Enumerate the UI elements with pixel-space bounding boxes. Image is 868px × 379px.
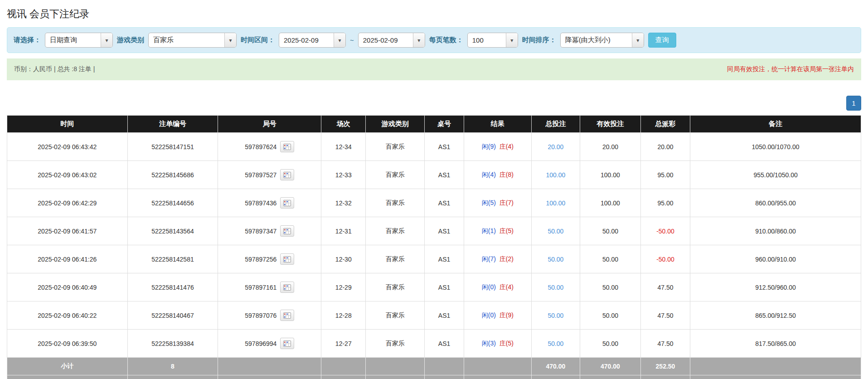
query-type-input[interactable] xyxy=(45,33,101,47)
total-bet-cell: 100.00 xyxy=(531,161,580,189)
sort-input[interactable] xyxy=(561,33,632,47)
round-cell: 597897076 xyxy=(218,301,321,330)
game-type-cell: 百家乐 xyxy=(366,301,425,330)
total-bet-cell: 20.00 xyxy=(531,133,580,161)
remark-cell: 817.50/865.00 xyxy=(690,330,861,358)
date-from-select[interactable]: ▾ xyxy=(279,33,346,48)
chevron-down-icon[interactable]: ▾ xyxy=(506,33,518,47)
col-header-table-no: 桌号 xyxy=(425,116,464,133)
round-id: 597897161 xyxy=(245,284,276,291)
col-header-game-type: 游戏类别 xyxy=(366,116,425,133)
roadmap-button[interactable] xyxy=(280,282,294,293)
summary-text: 币别：人民币 | 总共 :8 注单 | xyxy=(14,65,95,73)
round-id: 597897256 xyxy=(245,256,276,263)
table-no-cell: AS1 xyxy=(425,189,464,217)
roadmap-button[interactable] xyxy=(280,310,294,321)
col-header-remark: 备注 xyxy=(690,116,861,133)
date-to-select[interactable]: ▾ xyxy=(358,33,425,48)
roadmap-icon xyxy=(283,284,291,291)
total-bet-link[interactable]: 50.00 xyxy=(548,312,563,319)
result-player: 闲(1) xyxy=(482,227,496,234)
round-id: 597897347 xyxy=(245,228,276,235)
result-cell: 闲(1) 庄(5) xyxy=(464,217,531,245)
page-title: 视讯 会员下注纪录 xyxy=(7,7,861,21)
remark-cell: 960.00/910.00 xyxy=(690,245,861,273)
session-cell: 12-30 xyxy=(321,245,366,273)
time-cell: 2025-02-09 06:40:22 xyxy=(7,301,128,330)
chevron-down-icon[interactable]: ▾ xyxy=(413,33,425,47)
col-header-session: 场次 xyxy=(321,116,366,133)
info-bar: 币别：人民币 | 总共 :8 注单 | 同局有效投注，统一计算在该局第一张注单内 xyxy=(7,58,861,80)
bet-id-cell: 522258139384 xyxy=(127,330,218,358)
roadmap-button[interactable] xyxy=(280,141,294,152)
date-to-input[interactable] xyxy=(359,33,413,47)
total-bet-cell: 50.00 xyxy=(531,330,580,358)
game-type-input[interactable] xyxy=(149,33,224,47)
payout-value: 20.00 xyxy=(657,143,673,151)
table-row: 2025-02-09 06:41:57 522258143564 5978973… xyxy=(7,217,861,245)
col-header-payout: 总派彩 xyxy=(640,116,690,133)
roadmap-icon xyxy=(283,340,291,347)
table-row: 2025-02-09 06:43:42 522258147151 5978976… xyxy=(7,133,861,161)
table-summary: 小计 8 470.00 470.00 252.50 总计 8 xyxy=(7,358,861,379)
total-bet-link[interactable]: 100.00 xyxy=(546,171,565,179)
round-cell: 597897436 xyxy=(218,189,321,217)
table-row: 2025-02-09 06:43:02 522258145686 5978975… xyxy=(7,161,861,189)
time-cell: 2025-02-09 06:41:26 xyxy=(7,245,128,273)
bet-id-cell: 522258141476 xyxy=(127,273,218,301)
total-bet-link[interactable]: 50.00 xyxy=(548,228,563,235)
time-cell: 2025-02-09 06:43:42 xyxy=(7,133,128,161)
time-cell: 2025-02-09 06:39:50 xyxy=(7,330,128,358)
session-cell: 12-29 xyxy=(321,273,366,301)
filter-bar: 请选择： ▾ 游戏类别 ▾ 时间区间： ▾ ~ ▾ 每页笔数： ▾ 时间排序： … xyxy=(7,27,861,53)
valid-bet-cell: 50.00 xyxy=(580,273,641,301)
total-label: 总计 xyxy=(7,375,128,379)
pagination: 1 xyxy=(7,96,861,111)
total-bet-link[interactable]: 50.00 xyxy=(548,284,563,291)
total-bet-link[interactable]: 100.00 xyxy=(546,199,565,207)
chevron-down-icon[interactable]: ▾ xyxy=(632,33,644,47)
query-type-select[interactable]: ▾ xyxy=(45,33,113,48)
query-button[interactable]: 查询 xyxy=(648,33,676,48)
payout-cell: 47.50 xyxy=(640,301,690,330)
total-bet-link[interactable]: 50.00 xyxy=(548,340,563,347)
sort-select[interactable]: ▾ xyxy=(560,33,644,48)
subtotal-count: 8 xyxy=(127,358,218,375)
roadmap-icon xyxy=(283,172,291,178)
total-total-bet: 470.00 xyxy=(531,375,580,379)
page-size-input[interactable] xyxy=(468,33,506,47)
session-cell: 12-32 xyxy=(321,189,366,217)
date-from-input[interactable] xyxy=(279,33,334,47)
date-range-label: 时间区间： xyxy=(241,36,275,44)
roadmap-button[interactable] xyxy=(280,169,294,180)
table-no-cell: AS1 xyxy=(425,161,464,189)
remark-cell: 860.00/955.00 xyxy=(690,189,861,217)
page-size-select[interactable]: ▾ xyxy=(467,33,518,48)
page-1-button[interactable]: 1 xyxy=(846,96,861,111)
valid-bet-cell: 50.00 xyxy=(580,217,641,245)
total-bet-cell: 50.00 xyxy=(531,217,580,245)
valid-bet-cell: 100.00 xyxy=(580,161,641,189)
chevron-down-icon[interactable]: ▾ xyxy=(101,33,112,47)
remark-cell: 955.00/1050.00 xyxy=(690,161,861,189)
total-payout: 252.50 xyxy=(640,375,690,379)
roadmap-button[interactable] xyxy=(280,197,294,209)
total-bet-cell: 50.00 xyxy=(531,273,580,301)
valid-bet-cell: 20.00 xyxy=(580,133,641,161)
session-cell: 12-28 xyxy=(321,301,366,330)
roadmap-button[interactable] xyxy=(280,225,294,237)
table-body: 2025-02-09 06:43:42 522258147151 5978976… xyxy=(7,133,861,358)
roadmap-icon xyxy=(283,200,291,206)
game-type-select[interactable]: ▾ xyxy=(148,33,237,48)
roadmap-button[interactable] xyxy=(280,253,294,265)
total-bet-link[interactable]: 20.00 xyxy=(548,143,563,151)
table-no-cell: AS1 xyxy=(425,245,464,273)
table-no-cell: AS1 xyxy=(425,217,464,245)
chevron-down-icon[interactable]: ▾ xyxy=(334,33,345,47)
roadmap-button[interactable] xyxy=(280,338,294,349)
result-cell: 闲(3) 庄(5) xyxy=(464,330,531,358)
chevron-down-icon[interactable]: ▾ xyxy=(224,33,236,47)
total-bet-link[interactable]: 50.00 xyxy=(548,256,563,263)
payout-cell: 95.00 xyxy=(640,161,690,189)
result-banker: 庄(5) xyxy=(499,340,514,347)
